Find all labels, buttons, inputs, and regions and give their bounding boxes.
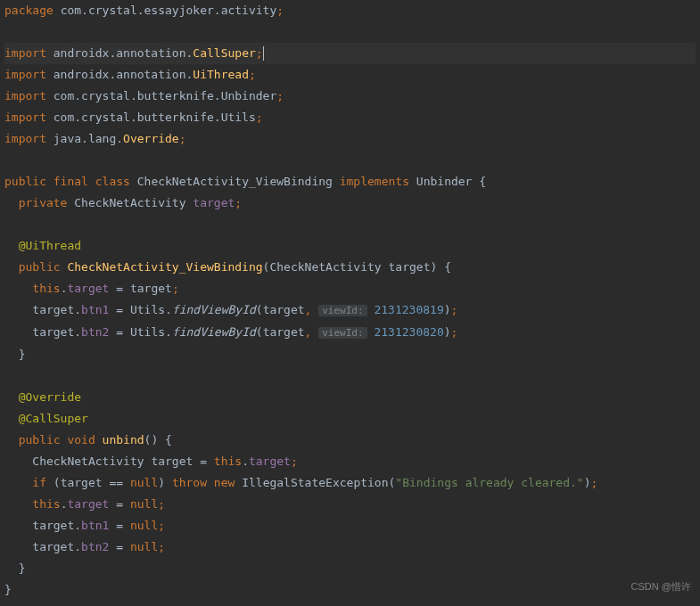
code-line bbox=[4, 150, 696, 171]
code-line: public void unbind() { bbox=[4, 430, 696, 451]
code-line: package com.crystal.essayjoker.activity; bbox=[4, 0, 696, 21]
code-line: import com.crystal.butterknife.Utils; bbox=[4, 107, 696, 128]
code-line bbox=[4, 365, 696, 387]
code-line: @UiThread bbox=[4, 235, 696, 257]
code-line: target.btn1 = Utils.findViewById(target,… bbox=[4, 299, 696, 322]
code-line: public final class CheckNetActivity_View… bbox=[4, 171, 696, 192]
code-line: @CallSuper bbox=[4, 408, 696, 430]
code-line: } bbox=[4, 579, 696, 601]
code-line bbox=[4, 21, 696, 43]
code-line: private CheckNetActivity target; bbox=[4, 192, 696, 214]
code-line-highlighted: import androidx.annotation.CallSuper; bbox=[4, 43, 696, 64]
watermark: CSDN @惜许 bbox=[631, 576, 691, 597]
code-line: } bbox=[4, 558, 696, 579]
code-line: target.btn2 = Utils.findViewById(target,… bbox=[4, 322, 696, 344]
param-hint: viewId: bbox=[318, 305, 366, 316]
param-hint: viewId: bbox=[318, 327, 366, 339]
code-line: this.target = null; bbox=[4, 494, 696, 515]
code-line: target.btn2 = null; bbox=[4, 536, 696, 558]
code-line: if (target == null) throw new IllegalSta… bbox=[4, 472, 696, 494]
code-line: import java.lang.Override; bbox=[4, 128, 696, 150]
code-line: import androidx.annotation.UiThread; bbox=[4, 64, 696, 86]
code-line: } bbox=[4, 344, 696, 365]
code-line bbox=[4, 214, 696, 235]
code-line: this.target = target; bbox=[4, 278, 696, 299]
caret-icon bbox=[263, 46, 264, 61]
code-line: CheckNetActivity target = this.target; bbox=[4, 451, 696, 472]
code-line: public CheckNetActivity_ViewBinding(Chec… bbox=[4, 257, 696, 278]
code-line: @Override bbox=[4, 387, 696, 408]
code-line: target.btn1 = null; bbox=[4, 515, 696, 536]
code-editor[interactable]: package com.crystal.essayjoker.activity;… bbox=[4, 0, 696, 601]
code-line: import com.crystal.butterknife.Unbinder; bbox=[4, 86, 696, 107]
